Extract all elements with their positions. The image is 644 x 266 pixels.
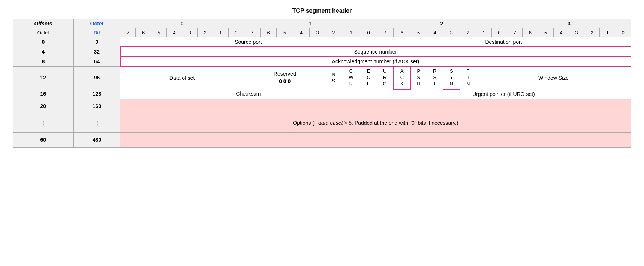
octet-2-header: 2 — [376, 19, 507, 28]
row-4-octet: 4 — [13, 47, 74, 57]
checksum-cell: Checksum — [120, 89, 376, 99]
row-16-octet: 16 — [13, 89, 74, 99]
octet-0-header: 0 — [120, 19, 244, 28]
row-0-bit: 0 — [73, 37, 120, 47]
sequence-number-cell: Sequence number — [120, 47, 631, 57]
row-vdots-bit: ⋮ — [73, 114, 120, 132]
row-0-octet: 0 — [13, 37, 74, 47]
row-4-bit: 32 — [73, 47, 120, 57]
bit-2-3: 2 — [584, 28, 600, 37]
flag-urg-cell: URG — [376, 66, 394, 89]
table-row-20: 20 160 — [13, 99, 631, 114]
row-16-bit: 128 — [73, 89, 120, 99]
bit-3-0: 3 — [182, 28, 198, 37]
table-row-4: 4 32 Sequence number — [13, 47, 631, 57]
data-offset-cell: Data offset — [120, 66, 244, 89]
octet-1-header: 1 — [244, 19, 376, 28]
bit-7-3: 7 — [507, 28, 523, 37]
row-vdots-octet: ⋮ — [13, 114, 74, 132]
bit-2-0: 2 — [198, 28, 213, 37]
bit-0-0: 0 — [228, 28, 244, 37]
options-row-bottom — [120, 132, 631, 147]
page-title: TCP segment header — [292, 7, 352, 14]
bit-0-2: 0 — [491, 28, 507, 37]
bit-0-1: 0 — [361, 28, 376, 37]
flag-ns-cell: NS — [326, 66, 341, 89]
table-row-0: 0 0 Source port Destination port — [13, 37, 631, 47]
table-row-60: 60 480 — [13, 132, 631, 147]
octet-label-cell: Octet — [13, 28, 74, 37]
octet-header: Octet — [73, 19, 120, 28]
bit-5-0: 5 — [151, 28, 166, 37]
table-row-vdots: ⋮ ⋮ Options (if data offset > 5. Padded … — [13, 114, 631, 132]
row-20-octet: 20 — [13, 99, 74, 114]
bit-3-2: 3 — [443, 28, 460, 37]
bit-6-0: 6 — [136, 28, 151, 37]
bit-7-1: 7 — [244, 28, 260, 37]
urgent-pointer-cell: Urgent pointer (if URG set) — [376, 89, 631, 99]
source-port-cell: Source port — [120, 37, 376, 47]
flag-rst-cell: RST — [427, 66, 443, 89]
bit-6-2: 6 — [394, 28, 410, 37]
bit-7-2: 7 — [376, 28, 394, 37]
bit-6-1: 6 — [260, 28, 277, 37]
bit-1-1: 1 — [341, 28, 361, 37]
bit-2-2: 2 — [460, 28, 476, 37]
row-8-octet: 8 — [13, 57, 74, 66]
bit-1-3: 1 — [600, 28, 615, 37]
bit-4-2: 4 — [427, 28, 443, 37]
options-cell: Options (if data offset > 5. Padded at t… — [120, 114, 631, 132]
bit-4-3: 4 — [553, 28, 569, 37]
bit-0-3: 0 — [615, 28, 631, 37]
row-20-bit: 160 — [73, 99, 120, 114]
tcp-header-table: Offsets Octet 0 1 2 3 Octet Bit 7 6 5 4 … — [13, 19, 631, 148]
bit-1-2: 1 — [476, 28, 491, 37]
bit-3-1: 3 — [309, 28, 326, 37]
table-row-12: 12 96 Data offset Reserved0 0 0 NS CWR E… — [13, 66, 631, 89]
offsets-label: Offsets — [13, 19, 74, 28]
bit-label-cell: Bit — [73, 28, 120, 37]
bit-1-0: 1 — [213, 28, 228, 37]
window-size-cell: Window Size — [476, 66, 631, 89]
flag-ece-cell: ECE — [361, 66, 376, 89]
table-row-16: 16 128 Checksum Urgent pointer (if URG s… — [13, 89, 631, 99]
flag-syn-cell: SYN — [443, 66, 460, 89]
bit-4-1: 4 — [293, 28, 310, 37]
bit-5-1: 5 — [277, 28, 293, 37]
bit-5-3: 5 — [538, 28, 553, 37]
flag-ack-cell: ACK — [394, 66, 410, 89]
octet-3-header: 3 — [507, 19, 631, 28]
bit-5-2: 5 — [410, 28, 427, 37]
ack-number-cell: Acknowledgment number (if ACK set) — [120, 57, 631, 66]
row-12-octet: 12 — [13, 66, 74, 89]
bit-4-0: 4 — [166, 28, 182, 37]
flag-psh-cell: PSH — [410, 66, 427, 89]
row-12-bit: 96 — [73, 66, 120, 89]
bit-6-3: 6 — [523, 28, 538, 37]
reserved-cell: Reserved0 0 0 — [244, 66, 326, 89]
row-8-bit: 64 — [73, 57, 120, 66]
row-60-octet: 60 — [13, 132, 74, 147]
destination-port-cell: Destination port — [376, 37, 631, 47]
header-row-1: Offsets Octet 0 1 2 3 — [13, 19, 631, 28]
bit-7-0: 7 — [120, 28, 136, 37]
bit-2-1: 2 — [326, 28, 341, 37]
flag-fin-cell: FIN — [460, 66, 476, 89]
header-row-2: Octet Bit 7 6 5 4 3 2 1 0 7 6 5 4 3 2 1 … — [13, 28, 631, 37]
bit-3-3: 3 — [569, 28, 584, 37]
options-row-top — [120, 99, 631, 114]
table-row-8: 8 64 Acknowledgment number (if ACK set) — [13, 57, 631, 66]
flag-cwr-cell: CWR — [341, 66, 361, 89]
row-60-bit: 480 — [73, 132, 120, 147]
